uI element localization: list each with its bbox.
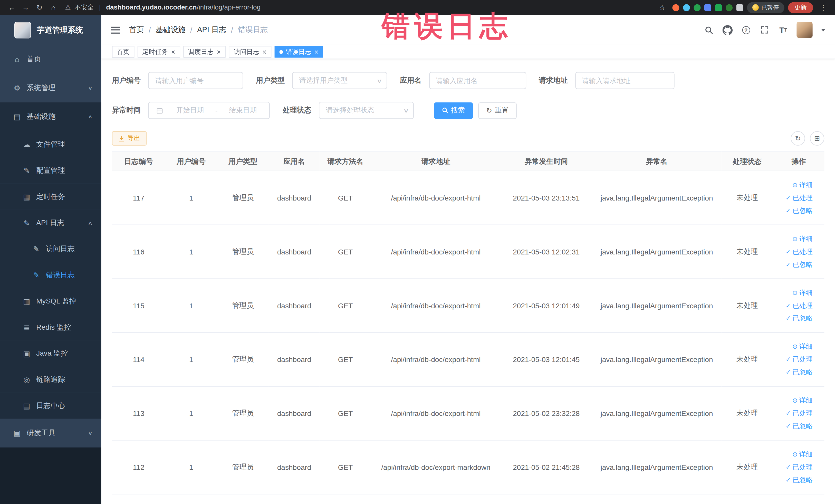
font-size-icon[interactable]: TT <box>778 25 789 36</box>
address-bar[interactable]: ⚠ 不安全 | dashboard.yudao.iocoder.cn/infra… <box>65 3 655 12</box>
action-ignored[interactable]: ✓已忽略 <box>776 420 813 432</box>
browser-window: ← → ↻ ⌂ ⚠ 不安全 | dashboard.yudao.iocoder.… <box>0 0 835 504</box>
active-dot <box>279 50 283 54</box>
sidebar-item-log-center[interactable]: ▤日志中心 <box>0 392 101 419</box>
action-detail[interactable]: ⊙详细 <box>776 233 813 245</box>
extension-icon[interactable] <box>683 4 690 11</box>
action-ignored[interactable]: ✓已忽略 <box>776 258 813 271</box>
column-settings-button[interactable]: ⊞ <box>810 131 824 146</box>
logo-bar[interactable]: 芋道管理系统 <box>0 15 101 45</box>
browser-home-icon[interactable]: ⌂ <box>47 1 60 14</box>
close-icon[interactable]: × <box>262 48 266 55</box>
fullscreen-icon[interactable] <box>759 25 770 36</box>
paused-badge[interactable]: 已暂停 <box>747 2 784 13</box>
sidebar-item-infrastructure[interactable]: ▤基础设施∧ <box>0 102 101 131</box>
sidebar-item-dev-tools[interactable]: ▣研发工具∨ <box>0 419 101 447</box>
user-avatar[interactable] <box>796 22 812 38</box>
cell-method: GET <box>320 225 371 279</box>
cell-user_type: 管理员 <box>217 279 269 332</box>
forward-icon[interactable]: → <box>19 1 32 14</box>
breadcrumb-item[interactable]: API 日志 <box>197 25 226 35</box>
cell-url: /api/infra/db-doc/export-html <box>371 171 500 225</box>
extension-icon[interactable] <box>715 4 722 11</box>
export-button[interactable]: 导出 <box>112 131 147 146</box>
action-ignored[interactable]: ✓已忽略 <box>776 204 813 217</box>
action-label: 已处理 <box>793 461 813 474</box>
tab-home[interactable]: 首页 <box>112 46 134 58</box>
action-detail[interactable]: ⊙详细 <box>776 340 813 353</box>
action-ignored[interactable]: ✓已忽略 <box>776 312 813 325</box>
sidebar-item-mysql-monitor[interactable]: ▥MySQL 监控 <box>0 288 101 314</box>
sidebar-item-home[interactable]: ⌂首页 <box>0 45 101 74</box>
bookmark-star-icon[interactable]: ☆ <box>656 1 669 14</box>
close-icon[interactable]: × <box>217 48 221 55</box>
sidebar-item-error-log[interactable]: ✎错误日志 <box>0 262 101 288</box>
reset-button[interactable]: ↻ 重置 <box>478 102 516 119</box>
action-processed[interactable]: ✓已处理 <box>776 461 813 474</box>
request-url-input[interactable] <box>575 72 674 89</box>
refresh-table-button[interactable]: ↻ <box>791 131 805 146</box>
kebab-menu-icon[interactable]: ⋮ <box>817 1 830 14</box>
action-processed[interactable]: ✓已处理 <box>776 299 813 312</box>
sidebar-item-access-log[interactable]: ✎访问日志 <box>0 236 101 262</box>
cell-status: 未处理 <box>721 440 773 494</box>
search-button[interactable]: 搜索 <box>434 102 473 119</box>
action-processed[interactable]: ✓已处理 <box>776 407 813 420</box>
close-icon[interactable]: × <box>314 48 319 55</box>
extension-icon[interactable] <box>736 4 744 11</box>
action-processed[interactable]: ✓已处理 <box>776 353 813 366</box>
action-ignored[interactable]: ✓已忽略 <box>776 366 813 379</box>
update-button[interactable]: 更新 <box>788 2 813 13</box>
extension-icon[interactable] <box>726 4 733 11</box>
cell-id: 114 <box>112 332 165 386</box>
user-type-select[interactable]: 请选择用户类型 ∨ <box>292 72 387 89</box>
action-processed[interactable]: ✓已处理 <box>776 245 813 258</box>
tab-access-log[interactable]: 访问日志× <box>229 46 271 58</box>
tab-job-log[interactable]: 调度日志× <box>183 46 226 58</box>
exception-time-range-picker[interactable]: 开始日期 - 结束日期 <box>148 102 270 119</box>
sidebar-item-trace[interactable]: ◎链路追踪 <box>0 366 101 392</box>
process-status-select[interactable]: 请选择处理状态 ∨ <box>319 102 414 119</box>
tab-scheduled-job[interactable]: 定时任务× <box>138 46 180 58</box>
end-date-placeholder: 结束日期 <box>222 105 264 115</box>
export-button-label: 导出 <box>127 134 140 143</box>
sidebar-item-config-manage[interactable]: ✎配置管理 <box>0 157 101 184</box>
action-detail[interactable]: ⊙详细 <box>776 286 813 299</box>
sidebar-item-label: 系统管理 <box>27 83 56 93</box>
sidebar-item-api-log[interactable]: ✎API 日志∧ <box>0 209 101 236</box>
action-processed[interactable]: ✓已处理 <box>776 191 813 204</box>
user-id-input[interactable] <box>148 72 243 89</box>
extension-icon[interactable] <box>672 4 679 11</box>
sidebar-toggle-icon[interactable] <box>111 26 120 33</box>
search-icon[interactable] <box>703 25 714 36</box>
close-icon[interactable]: × <box>171 48 175 55</box>
app-name-input[interactable] <box>429 72 526 89</box>
cell-url: /api/infra/db-doc/export-html <box>371 279 500 332</box>
chevron-down-icon: ∨ <box>403 107 409 114</box>
back-icon[interactable]: ← <box>5 1 18 14</box>
breadcrumb-item[interactable]: 首页 <box>129 25 144 35</box>
action-detail[interactable]: ⊙详细 <box>776 448 813 461</box>
action-ignored[interactable]: ✓已忽略 <box>776 474 813 486</box>
sidebar-item-redis-monitor[interactable]: ≣Redis 监控 <box>0 314 101 340</box>
extension-icon[interactable] <box>704 4 711 11</box>
sidebar-item-java-monitor[interactable]: ▣Java 监控 <box>0 340 101 366</box>
cell-method: GET <box>320 279 371 332</box>
action-label: 已处理 <box>793 353 813 366</box>
sidebar-item-system[interactable]: ⚙系统管理∨ <box>0 74 101 102</box>
tab-error-log[interactable]: 错误日志× <box>274 46 323 58</box>
filter-exception-time: 异常时间 开始日期 - 结束日期 <box>112 102 270 119</box>
reload-icon[interactable]: ↻ <box>33 1 46 14</box>
help-icon[interactable]: ? <box>740 25 751 36</box>
github-icon[interactable] <box>722 25 733 36</box>
cell-app: dashboard <box>269 440 319 494</box>
cell-exception: java.lang.IllegalArgumentException <box>592 225 721 279</box>
sidebar-item-file-manage[interactable]: ☁文件管理 <box>0 131 101 157</box>
chevron-down-icon[interactable] <box>821 28 826 31</box>
sidebar-item-scheduled-job[interactable]: ▦定时任务 <box>0 184 101 210</box>
action-detail[interactable]: ⊙详细 <box>776 394 813 407</box>
action-detail[interactable]: ⊙详细 <box>776 179 813 191</box>
breadcrumb-item[interactable]: 基础设施 <box>156 25 185 35</box>
cell-user_type: 管理员 <box>217 225 269 279</box>
extension-icon[interactable] <box>694 4 700 11</box>
